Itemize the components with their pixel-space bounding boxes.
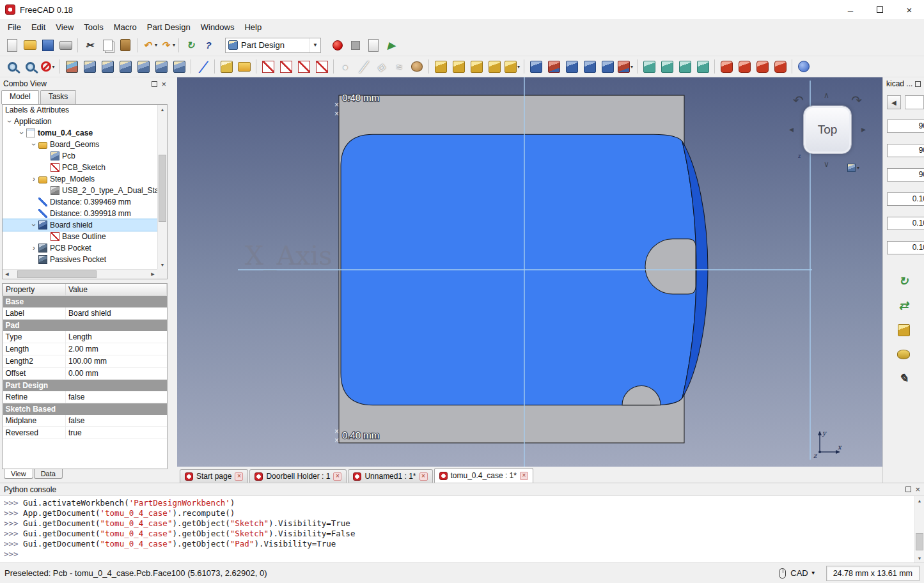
zoom-selection-icon[interactable] xyxy=(21,58,39,75)
tree-item-board-geoms[interactable]: ›Board_Geoms xyxy=(3,139,157,150)
view-isometric-icon[interactable] xyxy=(63,58,81,75)
draw-style-icon[interactable]: ▾ xyxy=(39,58,57,75)
additive-loft-icon[interactable] xyxy=(467,58,485,75)
undo-icon[interactable]: ↶▾ xyxy=(140,36,158,54)
tree-item-passives-pocket[interactable]: Passives Pocket xyxy=(3,254,157,265)
expander-icon[interactable]: › xyxy=(17,128,26,137)
macro-record-icon[interactable] xyxy=(329,36,347,54)
macro-edit-icon[interactable] xyxy=(364,36,382,54)
whats-this-icon[interactable]: ? xyxy=(200,36,217,54)
property-value[interactable]: 2.00 mm xyxy=(66,343,167,355)
view-bottom-icon[interactable] xyxy=(152,58,170,75)
create-conic-icon[interactable]: ◇ xyxy=(372,58,390,75)
fillet-icon[interactable] xyxy=(717,58,735,75)
float-panel-icon[interactable] xyxy=(152,81,157,87)
expander-icon[interactable]: › xyxy=(29,175,38,183)
scroll-up-icon[interactable]: ▲ xyxy=(915,496,924,505)
navcube-right-icon[interactable]: ▸ xyxy=(861,125,866,134)
rotate-cw-icon[interactable]: ↷ xyxy=(851,93,862,108)
navigation-cube[interactable]: ↶ ↷ ∧ ◂ ▸ Top ∨ z ▾ xyxy=(801,103,854,157)
create-body-icon[interactable] xyxy=(217,58,235,75)
scroll-up-icon[interactable]: ▲ xyxy=(158,105,167,114)
spinbox-3[interactable]: 0.10 xyxy=(887,192,924,206)
navcube-up-icon[interactable]: ∧ xyxy=(824,91,829,99)
fit-all-icon[interactable] xyxy=(3,58,21,75)
document-tab-unnamed1-1[interactable]: Unnamed1 : 1*× xyxy=(348,469,432,483)
linear-pattern-icon[interactable] xyxy=(658,58,676,75)
prev-arrow-button[interactable]: ◀ xyxy=(887,95,901,109)
document-tab-start-page[interactable]: Start page× xyxy=(180,469,248,483)
dropdown-arrow-icon[interactable]: ▾ xyxy=(52,64,54,70)
close-tab-icon[interactable]: × xyxy=(333,472,341,481)
workbench-selector[interactable]: Part Design ▼ xyxy=(225,38,321,53)
tree-item-pcb-sketch[interactable]: PCB_Sketch xyxy=(3,162,157,173)
export-to-kicad-icon[interactable] xyxy=(891,319,916,341)
create-group-icon[interactable] xyxy=(235,58,253,75)
navcube-down-icon[interactable]: ∨ xyxy=(824,160,829,168)
dropdown-arrow-icon[interactable]: ▾ xyxy=(517,64,520,70)
copy-icon[interactable] xyxy=(98,36,116,54)
create-bspline-icon[interactable]: ≈ xyxy=(390,58,408,75)
create-sketch-icon[interactable] xyxy=(259,58,277,75)
spinbox-1[interactable]: 90 xyxy=(887,144,924,157)
tree-item-base-outline[interactable]: Base Outline xyxy=(3,231,157,242)
map-sketch-icon[interactable] xyxy=(295,58,313,75)
create-point-icon[interactable]: ● xyxy=(336,58,354,75)
document-tab-doorbell-holder-1[interactable]: Doorbell Holder : 1× xyxy=(249,469,347,483)
tree-item-tomu-0-4-case[interactable]: ›tomu_0.4_case xyxy=(3,127,157,139)
expander-icon[interactable]: › xyxy=(29,221,38,229)
spinbox-4[interactable]: 0.10 xyxy=(887,217,924,230)
property-value[interactable]: Board shield xyxy=(66,307,167,320)
float-panel-icon[interactable] xyxy=(915,81,921,87)
navcube-menu-icon[interactable]: ▾ xyxy=(847,164,859,172)
menu-edit[interactable]: Edit xyxy=(26,20,51,34)
console-scrollbar[interactable]: ▲ ▼ xyxy=(914,496,924,563)
close-tab-icon[interactable]: × xyxy=(520,472,528,480)
pocket-icon[interactable] xyxy=(527,58,545,75)
view-right-icon[interactable] xyxy=(116,58,134,75)
edit-sketch-icon[interactable] xyxy=(277,58,295,75)
scrollbar-thumb[interactable] xyxy=(17,270,97,278)
menu-windows[interactable]: Windows xyxy=(196,20,240,34)
create-line-icon[interactable]: ╱ xyxy=(354,58,372,75)
spinbox-2[interactable]: 90 xyxy=(887,168,924,182)
close-tab-icon[interactable]: × xyxy=(235,472,243,481)
tree-item-board-shield[interactable]: ›Board shield xyxy=(3,219,157,231)
model-tree[interactable]: Labels & Attributes ›Application›tomu_0.… xyxy=(2,104,168,279)
expander-icon[interactable]: › xyxy=(5,117,14,126)
dropdown-arrow-icon[interactable]: ▾ xyxy=(173,42,175,48)
thickness-icon[interactable] xyxy=(771,58,789,75)
macro-play-icon[interactable]: ▶ xyxy=(382,36,400,54)
tab-data[interactable]: Data xyxy=(34,469,63,479)
menu-help[interactable]: Help xyxy=(239,20,267,34)
additive-primitive-icon[interactable]: ▾ xyxy=(503,58,521,75)
subtractive-primitive-icon[interactable]: ▾ xyxy=(616,58,634,75)
view-top-icon[interactable] xyxy=(98,58,116,75)
nav-style-selector[interactable]: CAD ▼ xyxy=(788,567,820,579)
panel-splitter[interactable] xyxy=(169,77,177,483)
usb-notch-face[interactable] xyxy=(645,239,696,294)
subtractive-pipe-icon[interactable] xyxy=(599,58,616,75)
polar-pattern-icon[interactable] xyxy=(676,58,694,75)
update-kicad-board-icon[interactable]: ⇄ xyxy=(891,295,916,316)
refresh-icon[interactable]: ↻ xyxy=(182,36,200,54)
tab-model[interactable]: Model xyxy=(1,90,39,104)
scroll-right-icon[interactable]: ▶ xyxy=(148,270,157,279)
spinbox-5[interactable]: 0.10 xyxy=(887,241,924,254)
mirrored-icon[interactable] xyxy=(640,58,658,75)
view-rear-icon[interactable] xyxy=(134,58,152,75)
cut-icon[interactable]: ✂ xyxy=(81,36,98,54)
push-sketch-icon[interactable] xyxy=(891,343,916,365)
paste-icon[interactable] xyxy=(116,36,134,54)
view-left-icon[interactable] xyxy=(170,58,188,75)
pad-icon[interactable] xyxy=(432,58,450,75)
multitransform-icon[interactable] xyxy=(694,58,712,75)
tab-view[interactable]: View xyxy=(4,469,33,479)
open-file-icon[interactable] xyxy=(21,36,39,54)
load-kicad-board-icon[interactable]: ↻ xyxy=(891,270,916,292)
tree-item-application[interactable]: ›Application xyxy=(3,116,157,127)
dropdown-arrow-icon[interactable]: ▾ xyxy=(155,42,157,48)
chamfer-icon[interactable] xyxy=(735,58,753,75)
property-value[interactable]: Length xyxy=(66,331,167,343)
3d-scene[interactable]: X_Axis × × × × 0.40 mm 0.40 mm xyxy=(177,77,882,467)
